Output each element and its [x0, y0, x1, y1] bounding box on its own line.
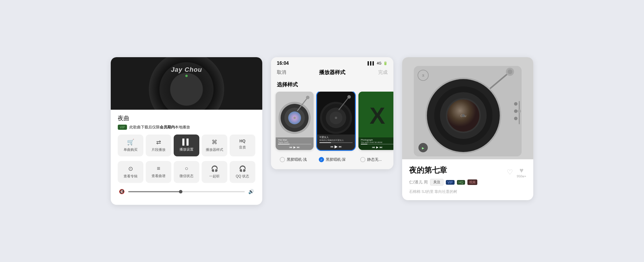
mini-btns-light: ⏮ ▶ ⏭: [278, 146, 311, 149]
wechat-icon: ○: [185, 165, 188, 172]
together-label: 一起听: [209, 174, 220, 179]
buy-button[interactable]: 🛒 单曲购买: [118, 135, 143, 156]
heart-filled-group[interactable]: ♥ 950w+: [517, 166, 526, 178]
vinyl-disc: [149, 57, 224, 110]
network-type: 4G: [377, 61, 381, 65]
signal-icon: ▌▌▌: [367, 61, 375, 65]
cancel-button[interactable]: 取消: [277, 69, 286, 76]
svg-point-37: [514, 109, 518, 113]
svg-point-38: [514, 117, 518, 120]
play-icon-green: ▶: [376, 146, 379, 149]
lyrics-icon: ≡: [157, 165, 160, 172]
battery-icon: 🔋: [383, 61, 388, 65]
player-style-button[interactable]: ⌘ 播放器样式: [202, 135, 227, 156]
vip-tag: VIP: [446, 180, 455, 185]
mini-song-light: The Man Taylor Swift: [278, 139, 311, 143]
play-count: 950w+: [517, 174, 526, 178]
buy-label: 单曲购买: [124, 147, 138, 152]
playback-settings-button[interactable]: ▌▌ 播放设置: [174, 135, 199, 156]
next-icon-dark: ⏭: [339, 145, 342, 148]
headphone-icon: 🎧: [211, 165, 218, 172]
svg-point-33: [462, 114, 465, 117]
hq-label: 音质: [239, 145, 246, 150]
vip-badge: VIP: [118, 125, 127, 130]
next-icon-green: ⏭: [380, 146, 383, 149]
view-album-button[interactable]: ⊙ 查看专辑: [118, 161, 143, 183]
style-card-light[interactable]: The Man Taylor Swift ⏮ ▶ ⏭: [276, 92, 314, 150]
svg-point-36: [514, 102, 518, 106]
svg-point-5: [293, 117, 296, 119]
turntable-full-svg: ℛ: [408, 63, 527, 159]
style-labels-row: 黑胶唱机·浅 ✓ 黑胶唱机·深 静态无...: [271, 155, 393, 169]
card1-body: 夜曲 VIP 此歌曲下载后仅限会员期内本地播放 🛒 单曲购买 ⇄ 片段播放 ▌▌: [111, 110, 262, 199]
heart-filled-icon[interactable]: ♥: [520, 166, 524, 174]
prev-icon-dark: ⏮: [330, 145, 333, 148]
qq-icon: 🎧: [239, 165, 246, 172]
style-cards-scroll[interactable]: The Man Taylor Swift ⏮ ▶ ⏭: [271, 92, 393, 155]
segment-label: 片段播放: [152, 147, 166, 152]
svg-point-13: [335, 117, 337, 119]
card-player-style: 16:04 ▌▌▌ 4G 🔋 取消 播放器样式 完成 选择样式: [271, 57, 393, 169]
style-card-dark[interactable]: 可爱女人 坏坏的让我疯狂的可爱女人 ⏮ ▶ ⏭: [317, 92, 355, 150]
qq-status-button[interactable]: 🎧 QQ 状态: [230, 161, 255, 183]
play-icon-light: ▶: [293, 146, 296, 149]
svg-point-7: [306, 96, 309, 99]
listen-together-button[interactable]: 🎧 一起听: [202, 161, 227, 183]
prev-icon-green: ⏮: [372, 146, 375, 149]
lyrics-label: 查看曲谱: [152, 174, 166, 179]
style-radio-light[interactable]: [280, 157, 285, 162]
style-preview-green: X Photograph You won't ever be alone ⏮ ▶: [358, 92, 393, 150]
video-tag: 视频: [467, 179, 477, 185]
equalizer-icon: ▌▌: [182, 139, 191, 145]
card-now-playing: ℛ: [402, 57, 533, 200]
mini-progress-light: [278, 144, 311, 144]
view-lyrics-button[interactable]: ≡ 查看曲谱: [146, 161, 171, 183]
style-label-green[interactable]: 静态无...: [352, 155, 390, 165]
page-title: 播放器样式: [319, 69, 345, 76]
style-radio-green[interactable]: [360, 157, 365, 162]
svg-point-23: [508, 69, 512, 74]
song-info-left: 夜的第七章 仁/潘儿 周 关注 VIP HQ 视频: [409, 165, 477, 186]
mini-controls-light: The Man Taylor Swift ⏮ ▶ ⏭: [276, 137, 314, 150]
cart-icon: 🛒: [127, 139, 134, 146]
style-preview-dark: 可爱女人 坏坏的让我疯狂的可爱女人 ⏮ ▶ ⏭: [317, 92, 355, 150]
volume-low-icon: 🔇: [119, 189, 125, 194]
style-radio-dark[interactable]: ✓: [319, 157, 324, 162]
wechat-status-button[interactable]: ○ 微信状态: [174, 161, 199, 183]
mini-song-green: Photograph You won't ever be alone: [361, 139, 393, 143]
volume-high-icon: 🔊: [248, 189, 254, 194]
mini-progress-green: [361, 144, 393, 144]
style-label-light[interactable]: 黑胶唱机·浅: [274, 155, 313, 165]
heart-actions: ♡ ♥ 950w+: [507, 166, 526, 178]
heart-outline-icon[interactable]: ♡: [507, 168, 513, 176]
style-card-green[interactable]: X Photograph You won't ever be alone ⏮ ▶: [358, 92, 393, 150]
time-display: 16:04: [277, 61, 289, 66]
svg-point-15: [347, 95, 351, 99]
done-button[interactable]: 完成: [378, 69, 388, 76]
album-label: 查看专辑: [124, 174, 138, 179]
segment-play-button[interactable]: ⇄ 片段播放: [146, 135, 171, 156]
qq-label: QQ 状态: [236, 174, 249, 179]
player-style-label: 播放器样式: [206, 147, 223, 152]
volume-slider[interactable]: [128, 191, 245, 192]
turntable-section: ℛ: [402, 57, 533, 159]
album-art: Jay Chou: [111, 57, 262, 110]
vip-info-row: VIP 此歌曲下载后仅限会员期内本地播放: [118, 125, 255, 130]
vip-desc: 此歌曲下载后仅限会员期内本地播放: [129, 125, 190, 130]
volume-control: 🔇 🔊: [118, 189, 255, 194]
segment-icon: ⇄: [156, 139, 161, 146]
wechat-label: 微信状态: [180, 174, 193, 179]
song-title-big: 夜的第七章: [409, 165, 477, 175]
choose-style-label: 选择样式: [271, 79, 393, 92]
svg-point-40: [518, 109, 521, 113]
style-label-dark[interactable]: ✓ 黑胶唱机·深: [313, 155, 351, 165]
follow-button[interactable]: 关注: [430, 179, 444, 186]
style-text-green: 静态无...: [367, 157, 382, 162]
artist-info-row: 仁/潘儿 周 关注 VIP HQ 视频: [409, 179, 477, 186]
mini-controls-green: Photograph You won't ever be alone ⏮ ▶ ⏭: [358, 137, 393, 150]
prev-icon-light: ⏮: [289, 146, 292, 149]
hq-icon: HQ: [240, 139, 246, 143]
style-text-dark: 黑胶唱机·深: [326, 157, 346, 162]
nav-bar: 取消 播放器样式 完成: [271, 66, 393, 79]
hq-button[interactable]: HQ 音质: [230, 135, 255, 156]
